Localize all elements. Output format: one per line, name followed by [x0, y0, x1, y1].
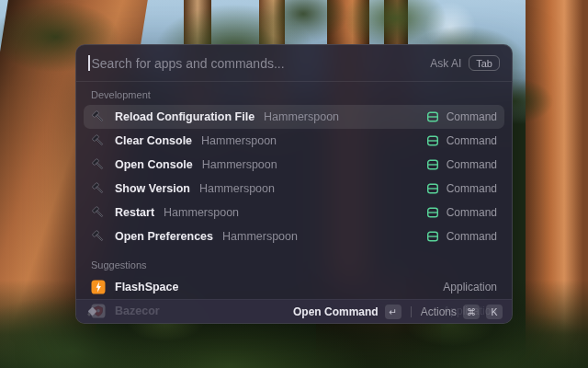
command-icon — [425, 133, 440, 148]
search-bar: Ask AI Tab — [76, 45, 512, 82]
open-command-label: Open Command — [293, 305, 379, 318]
item-subtitle: Hammerspoon — [201, 134, 277, 147]
list-item[interactable]: FlashSpace Application — [84, 275, 504, 299]
list-item[interactable]: Show Version Hammerspoon Command — [84, 177, 504, 201]
item-type-label: Application — [443, 281, 497, 293]
section-header-development: Development — [84, 82, 504, 105]
command-icon — [425, 157, 440, 172]
item-type-label: Command — [447, 110, 497, 123]
k-key-badge: K — [486, 305, 503, 319]
command-icon — [425, 229, 440, 244]
item-subtitle: Hammerspoon — [199, 182, 275, 195]
hammerspoon-icon — [91, 109, 106, 124]
command-icon — [425, 205, 440, 220]
open-command-button[interactable]: Open Command ↵ — [293, 305, 401, 319]
return-key-badge: ↵ — [385, 305, 401, 319]
flashspace-icon — [91, 280, 106, 294]
item-title: Open Console — [115, 158, 193, 171]
item-type-label: Command — [447, 182, 497, 195]
item-type-label: Command — [447, 158, 497, 171]
launcher-window: Ask AI Tab Development Reload Configurat… — [75, 44, 513, 324]
action-bar: Open Command ↵ Actions ⌘ K — [76, 299, 512, 323]
item-title: Restart — [115, 206, 154, 219]
list-item[interactable]: Open Preferences Hammerspoon Command — [84, 224, 504, 248]
list-item[interactable]: Open Console Hammerspoon Command — [84, 153, 504, 177]
actions-label: Actions — [421, 305, 457, 318]
results-list: Development Reload Configuration File Ha… — [76, 82, 512, 323]
search-input[interactable] — [92, 56, 424, 71]
item-subtitle: Hammerspoon — [164, 206, 239, 219]
hammerspoon-icon — [91, 229, 106, 244]
command-icon — [425, 109, 440, 124]
tab-key-badge[interactable]: Tab — [469, 55, 500, 71]
hammerspoon-icon — [91, 181, 106, 196]
item-title: Open Preferences — [115, 230, 213, 243]
item-type-label: Command — [447, 134, 497, 147]
actions-button[interactable]: Actions ⌘ K — [421, 305, 503, 319]
item-subtitle: Hammerspoon — [222, 230, 298, 243]
raycast-logo-icon[interactable] — [85, 305, 99, 318]
item-title: Show Version — [115, 182, 190, 195]
item-type-label: Command — [447, 230, 497, 243]
footer-divider — [411, 306, 412, 317]
hammerspoon-icon — [91, 205, 106, 220]
item-type-label: Command — [447, 206, 497, 219]
item-subtitle: Hammerspoon — [202, 158, 277, 171]
item-subtitle: Hammerspoon — [264, 110, 339, 123]
item-title: Reload Configuration File — [115, 110, 254, 123]
list-item[interactable]: Restart Hammerspoon Command — [84, 201, 504, 224]
ask-ai-button[interactable]: Ask AI — [430, 57, 461, 70]
cmd-key-badge: ⌘ — [463, 305, 480, 319]
section-header-suggestions: Suggestions — [84, 248, 504, 275]
item-title: Clear Console — [115, 134, 192, 147]
hammerspoon-icon — [91, 157, 106, 172]
item-title: FlashSpace — [115, 281, 178, 293]
list-item[interactable]: Clear Console Hammerspoon Command — [84, 129, 504, 153]
list-item[interactable]: Reload Configuration File Hammerspoon Co… — [84, 105, 504, 129]
text-caret — [88, 55, 90, 71]
command-icon — [425, 181, 440, 196]
hammerspoon-icon — [91, 133, 106, 148]
